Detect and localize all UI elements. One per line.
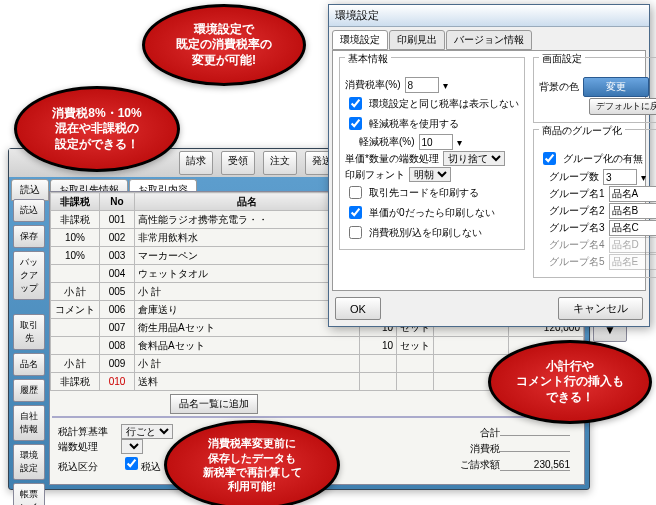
table-row[interactable]: 008食料品Aセット10セット85,000 [51, 337, 584, 355]
spin-icon[interactable]: ▾ [641, 172, 646, 183]
v-total [500, 435, 570, 436]
tb-bill[interactable]: 請求 [179, 151, 213, 175]
spin-icon[interactable]: ▾ [457, 137, 462, 148]
l-bill: ご請求額 [450, 458, 500, 472]
col-tax: 非課税 [51, 193, 100, 211]
v-ctax [500, 451, 570, 452]
btn-ok[interactable]: OK [335, 297, 381, 320]
lbtn-load[interactable]: 読込 [13, 199, 45, 222]
fs-group: 商品のグループ化 グループ化の有無 グループ数▾ グループ名1 グループ名2 グ… [533, 129, 656, 278]
btn-change-color[interactable]: 変更 [583, 77, 649, 97]
btn-default[interactable]: デフォルトに戻す [589, 98, 656, 115]
col-no: No [100, 193, 135, 211]
inp-g2[interactable] [609, 203, 656, 219]
add-to-itemlist-button[interactable]: 品名一覧に追加 [170, 394, 258, 414]
tb-receive[interactable]: 受領 [221, 151, 255, 175]
sel-round[interactable]: 切り捨て [443, 151, 505, 166]
chk-reduced[interactable] [349, 117, 362, 130]
chk-code[interactable] [349, 186, 362, 199]
btn-cancel[interactable]: キャンセル [558, 297, 643, 320]
callout-3: 消費税率変更前に 保存したデータも 新税率で再計算して 利用可能! [164, 420, 340, 505]
lbtn-backup[interactable]: バックアップ [13, 251, 45, 300]
sel-round[interactable] [121, 439, 143, 454]
callout-4: 小計行や コメント行の挿入も できる！ [488, 340, 652, 424]
dtab-print[interactable]: 印刷見出 [389, 30, 445, 50]
inp-reduced[interactable] [419, 134, 453, 150]
l-total: 合計 [450, 426, 500, 440]
inp-g1[interactable] [609, 186, 656, 202]
chk-taxincl[interactable] [125, 457, 138, 470]
l-ctax: 消費税 [450, 442, 500, 456]
inp-g4 [609, 237, 656, 253]
env-settings-dialog: 環境設定 環境設定 印刷見出 バージョン情報 基本情報 消費税率(%)▾ 環境設… [328, 4, 650, 327]
lbtn-hist[interactable]: 履歴 [13, 379, 45, 402]
inp-g5 [609, 254, 656, 270]
lbtn-company[interactable]: 自社情報 [13, 405, 45, 441]
left-buttons: 読込 保存 バックアップ 取引先 品名 履歴 自社情報 環境設定 帳票レイアウト [13, 199, 45, 505]
inp-g3[interactable] [609, 220, 656, 236]
inp-ctax[interactable] [405, 77, 439, 93]
chk-zero[interactable] [349, 206, 362, 219]
lbtn-layout[interactable]: 帳票レイアウト [13, 483, 45, 505]
lbtn-client[interactable]: 取引先 [13, 314, 45, 350]
sel-taxcalc[interactable]: 行ごと [121, 424, 173, 439]
lbtn-save[interactable]: 保存 [13, 225, 45, 248]
callout-2: 消費税8%・10% 混在や非課税の 設定ができる！ [14, 86, 180, 172]
l-round: 端数処理 [58, 440, 118, 454]
fs-screen: 画面設定 背景の色変更 デフォルトに戻す [533, 57, 656, 123]
tb-order[interactable]: 注文 [263, 151, 297, 175]
callout-1: 環境設定で 既定の消費税率の 変更が可能! [142, 4, 306, 86]
chk-same[interactable] [349, 97, 362, 110]
dtab-ver[interactable]: バージョン情報 [446, 30, 532, 50]
lbtn-item[interactable]: 品名 [13, 353, 45, 376]
sel-font[interactable]: 明朝 [409, 167, 451, 182]
dlg-title: 環境設定 [329, 5, 649, 27]
tab-load[interactable]: 読込 [11, 179, 49, 201]
spin-icon[interactable]: ▾ [443, 80, 448, 91]
inp-grpn[interactable] [603, 169, 637, 185]
l-taxcalc: 税計算基準 [58, 425, 118, 439]
chk-grp[interactable] [543, 152, 556, 165]
dtab-env[interactable]: 環境設定 [332, 30, 388, 50]
fs-basic: 基本情報 消費税率(%)▾ 環境設定と同じ税率は表示しない 軽減税率を使用する … [339, 57, 525, 250]
lbtn-env[interactable]: 環境設定 [13, 444, 45, 480]
l-taxkbn: 税込区分 [58, 460, 118, 474]
col-name: 品名 [135, 193, 360, 211]
chk-taxexcl[interactable] [349, 226, 362, 239]
v-bill: 230,561 [500, 459, 570, 471]
